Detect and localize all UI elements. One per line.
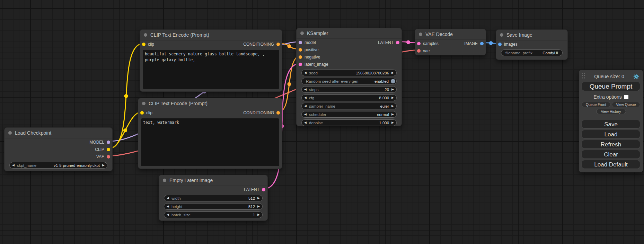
- input-port-clip[interactable]: [140, 111, 144, 115]
- queue-front-button[interactable]: Queue Front: [582, 102, 610, 107]
- node-title: VAE Decode: [425, 31, 453, 37]
- widget-filename-prefix[interactable]: filename_prefixComfyUI: [501, 49, 563, 56]
- widget-steps[interactable]: ◀steps20▶: [301, 86, 397, 93]
- widget-random-seed-after-every-gen[interactable]: Random seed after every genenabled: [301, 78, 397, 84]
- decrement-arrow-icon[interactable]: ◀: [302, 121, 309, 124]
- queue-prompt-button[interactable]: Queue Prompt: [582, 82, 640, 91]
- decrement-arrow-icon[interactable]: ◀: [302, 96, 309, 99]
- settings-gear-icon[interactable]: [633, 73, 639, 80]
- clear-button[interactable]: Clear: [582, 150, 640, 159]
- refresh-button[interactable]: Refresh: [582, 140, 640, 149]
- increment-arrow-icon[interactable]: ▶: [389, 105, 396, 108]
- decrement-arrow-icon[interactable]: ◀: [10, 164, 17, 167]
- slot-row: modelLATENT: [297, 39, 402, 46]
- output-port-CONDITIONING[interactable]: [276, 111, 280, 115]
- load-default-button[interactable]: Load Default: [582, 160, 640, 169]
- widget-scheduler[interactable]: ◀schedulernormal▶: [301, 111, 397, 118]
- widget-height[interactable]: ◀height512▶: [164, 203, 263, 210]
- view-queue-button[interactable]: View Queue: [612, 102, 641, 107]
- input-port-model[interactable]: [299, 41, 302, 44]
- extra-options-row: Extra options: [582, 94, 640, 100]
- widget-value: 8.000: [379, 96, 389, 100]
- node-empty-latent-image[interactable]: Empty Latent ImageLATENT◀width512▶◀heigh…: [159, 175, 268, 221]
- load-button[interactable]: Load: [582, 130, 640, 139]
- output-port-LATENT[interactable]: [396, 41, 399, 44]
- node-vae-decode[interactable]: VAE DecodesamplesIMAGEvae: [415, 29, 486, 55]
- input-port-samples[interactable]: [417, 42, 421, 45]
- widget-batch-size[interactable]: ◀batch_size1▶: [164, 211, 263, 218]
- output-port-CONDITIONING[interactable]: [276, 43, 280, 46]
- increment-arrow-icon[interactable]: ▶: [255, 205, 262, 208]
- node-collapse-dot-icon[interactable]: [500, 33, 503, 37]
- increment-arrow-icon[interactable]: ▶: [389, 88, 396, 91]
- prompt-text-area[interactable]: text, watermark: [141, 118, 279, 166]
- output-slot-label: VAE: [96, 154, 104, 159]
- widget-width[interactable]: ◀width512▶: [164, 195, 263, 201]
- prompt-text-area[interactable]: beautiful scenery nature glass bottle la…: [143, 50, 279, 89]
- decrement-arrow-icon[interactable]: ◀: [302, 88, 309, 91]
- decrement-arrow-icon[interactable]: ◀: [164, 213, 171, 216]
- queue-menu-panel: Queue size: 0 Queue Prompt Extra options…: [579, 70, 643, 172]
- increment-arrow-icon[interactable]: ▶: [255, 213, 262, 216]
- decrement-arrow-icon[interactable]: ◀: [302, 105, 309, 108]
- node-save-image[interactable]: Save Imageimagesfilename_prefixComfyUI: [496, 29, 568, 60]
- node-clip-text-encode-negative[interactable]: CLIP Text Encode (Prompt)clipCONDITIONIN…: [138, 98, 282, 169]
- widget-label: height: [171, 205, 182, 209]
- node-title-bar: KSampler: [297, 28, 402, 39]
- widget-ckpt-name[interactable]: ◀ckpt_namev1-5-pruned-emaonly.ckpt▶: [9, 162, 107, 169]
- slot-row: positive: [297, 46, 402, 53]
- widget-sampler-name[interactable]: ◀sampler_nameeuler▶: [301, 103, 397, 109]
- output-port-LATENT[interactable]: [262, 188, 265, 191]
- output-port-CLIP[interactable]: [107, 148, 110, 151]
- increment-arrow-icon[interactable]: ▶: [389, 71, 396, 74]
- input-port-clip[interactable]: [142, 43, 145, 46]
- decrement-arrow-icon[interactable]: ◀: [164, 197, 171, 200]
- output-slot-label: IMAGE: [464, 41, 478, 46]
- decrement-arrow-icon[interactable]: ◀: [302, 113, 309, 116]
- increment-arrow-icon[interactable]: ▶: [255, 197, 262, 200]
- input-port-positive[interactable]: [299, 48, 302, 52]
- node-collapse-dot-icon[interactable]: [8, 131, 12, 135]
- node-ksampler[interactable]: KSamplermodelLATENTpositivenegativelaten…: [296, 28, 402, 126]
- output-port-VAE[interactable]: [107, 155, 110, 159]
- output-port-IMAGE[interactable]: [480, 42, 484, 45]
- widget-label: width: [171, 196, 181, 200]
- widget-label: ckpt_name: [17, 163, 36, 168]
- input-port-images[interactable]: [498, 43, 502, 46]
- input-port-latent_image[interactable]: [299, 63, 302, 66]
- increment-arrow-icon[interactable]: ▶: [389, 121, 396, 124]
- node-clip-text-encode-positive[interactable]: CLIP Text Encode (Prompt)clipCONDITIONIN…: [140, 29, 282, 92]
- widget-cfg[interactable]: ◀cfg8.000▶: [301, 94, 397, 101]
- node-collapse-dot-icon[interactable]: [300, 31, 304, 35]
- increment-arrow-icon[interactable]: ▶: [389, 113, 396, 116]
- widget-seed[interactable]: ◀seed156680208700286▶: [301, 70, 397, 76]
- widget-value: 512: [248, 196, 255, 200]
- output-port-MODEL[interactable]: [107, 141, 110, 144]
- widget-label: filename_prefix: [501, 51, 532, 55]
- node-collapse-dot-icon[interactable]: [144, 33, 147, 37]
- increment-arrow-icon[interactable]: ▶: [100, 164, 107, 167]
- widget-value: 1.000: [379, 121, 389, 125]
- node-title: KSampler: [307, 30, 328, 36]
- decrement-arrow-icon[interactable]: ◀: [302, 71, 309, 74]
- view-history-button[interactable]: View History: [596, 109, 626, 114]
- slot-row: images: [496, 40, 567, 48]
- input-slot-label: samples: [423, 41, 439, 46]
- menu-drag-handle-icon[interactable]: [582, 73, 585, 80]
- toggle-knob-icon[interactable]: [391, 79, 395, 83]
- widget-value: 20: [385, 88, 389, 92]
- save-button[interactable]: Save: [582, 120, 640, 129]
- increment-arrow-icon[interactable]: ▶: [389, 96, 396, 99]
- node-collapse-dot-icon[interactable]: [163, 179, 166, 182]
- node-collapse-dot-icon[interactable]: [142, 102, 145, 105]
- widget-value: ComfyUI: [542, 51, 562, 55]
- node-collapse-dot-icon[interactable]: [419, 33, 422, 36]
- input-port-vae[interactable]: [417, 49, 421, 53]
- extra-options-checkbox[interactable]: [624, 95, 628, 99]
- node-title-bar: CLIP Text Encode (Prompt): [138, 98, 282, 109]
- input-port-negative[interactable]: [299, 55, 302, 59]
- widget-denoise[interactable]: ◀denoise1.000▶: [301, 119, 397, 126]
- decrement-arrow-icon[interactable]: ◀: [164, 205, 171, 208]
- node-load-checkpoint[interactable]: Load CheckpointMODELCLIPVAE◀ckpt_namev1-…: [4, 127, 113, 171]
- node-title-bar: Empty Latent Image: [159, 175, 267, 186]
